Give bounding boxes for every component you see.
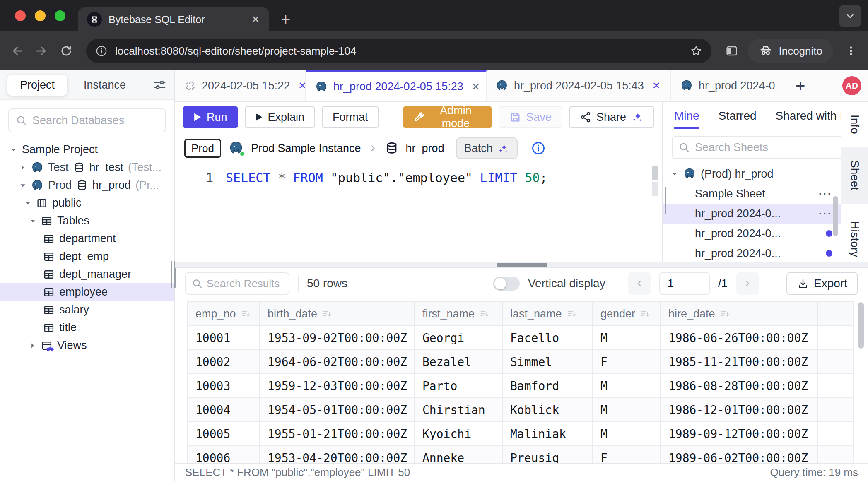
close-window-button[interactable] [15,10,26,21]
prev-page-button[interactable] [628,272,651,295]
chevron-down-icon[interactable] [19,182,27,189]
tree-item-schema-public[interactable]: public [0,194,174,212]
column-header-last-name[interactable]: last_name [502,302,593,326]
tree-item-test-db[interactable]: Test hr_test (Test... [0,159,174,176]
url-input[interactable] [115,45,682,58]
admin-mode-button[interactable]: Admin mode [403,106,492,128]
tree-item-project[interactable]: Sample Project [0,141,174,159]
instance-name[interactable]: Prod Sample Instance [251,142,361,155]
editor-tab-2-active[interactable]: hr_prod 2024-02-05 15:23 ✕ [306,70,487,101]
rail-tab-sheet[interactable]: Sheet [841,147,868,204]
editor-scrollbar[interactable] [652,166,658,196]
table-row[interactable]: 100031959-12-03T00:00:00ZPartoBamfordM19… [188,374,854,398]
sheet-item-unsaved[interactable]: hr_prod 2024-0... [663,224,841,243]
filter-icon[interactable] [153,78,167,92]
more-actions-icon[interactable]: ··· [819,188,832,200]
sql-editor[interactable]: 1 SELECT * FROM "public"."employee" LIMI… [175,164,662,262]
column-header-first-name[interactable]: first_name [415,302,502,326]
sheet-db-group[interactable]: (Prod) hr_prod [663,164,841,184]
new-browser-tab-button[interactable]: + [281,10,290,29]
table-row[interactable]: 100041954-05-01T00:00:00ZChirstianKoblic… [188,398,854,422]
column-header-emp-no[interactable]: emp_no [188,302,260,326]
chevron-right-icon[interactable] [19,164,27,171]
tree-item-views-group[interactable]: Views [0,337,174,354]
chevron-down-icon[interactable] [29,217,36,225]
close-tab-icon[interactable]: ✕ [298,80,306,91]
table-row[interactable]: 100051955-01-21T00:00:00ZKyoichiMaliniak… [188,422,854,446]
tree-item-table-department[interactable]: department [0,230,174,248]
sheet-item-selected[interactable]: hr_prod 2024-0... ··· [663,204,841,224]
chevron-down-icon[interactable] [671,170,678,178]
batch-button[interactable]: Batch [456,137,518,159]
more-actions-icon[interactable]: ··· [819,208,832,219]
panel-divider[interactable] [175,262,868,268]
close-tab-icon[interactable]: ✕ [472,81,480,93]
sheet-search-input[interactable] [695,141,841,154]
rail-tab-info[interactable]: Info [841,102,868,147]
column-header-hire-date[interactable]: hire_date [661,302,818,326]
database-name[interactable]: hr_prod [406,142,444,155]
tree-item-prod-db[interactable]: Prod hr_prod (Pr... [0,176,174,194]
explain-button[interactable]: Explain [245,106,316,128]
next-page-button[interactable] [736,272,759,295]
user-avatar[interactable]: AD [842,76,861,95]
table-row[interactable]: 100061953-04-20T00:00:00ZAnnekePreusigF1… [188,446,854,463]
panel-resize-handle[interactable] [662,187,666,214]
minimize-window-button[interactable] [35,10,46,21]
browser-menu-icon[interactable] [845,45,857,57]
editor-tab-1[interactable]: 2024-02-05 15:22 ✕ [175,70,306,101]
editor-tab-4[interactable]: hr_prod 2024-0 [671,70,788,101]
vertical-display-toggle[interactable] [493,277,520,291]
reload-button[interactable] [60,44,73,58]
save-button[interactable]: Save [499,106,562,128]
chevron-down-icon[interactable] [10,146,17,154]
sheet-item-unsaved[interactable]: hr_prod 2024-0... [663,243,841,262]
tab-mine[interactable]: Mine [674,109,699,129]
browser-tab-close-icon[interactable]: ✕ [251,13,260,26]
column-header-gender[interactable]: gender [593,302,661,326]
bookmark-star-icon[interactable] [690,45,702,57]
table-row[interactable]: 100021964-06-02T00:00:00ZBezalelSimmelF1… [188,350,854,374]
sheet-list-scrollbar[interactable] [833,196,838,236]
page-number-input[interactable] [659,272,710,295]
chevron-right-icon[interactable] [29,342,36,349]
tree-item-table-dept-emp[interactable]: dept_emp [0,248,174,265]
site-info-icon[interactable] [95,45,108,57]
connection-info-icon[interactable] [531,141,546,156]
sheet-search[interactable] [672,136,841,159]
tab-search-chevron-button[interactable] [839,5,861,27]
tree-item-table-salary[interactable]: salary [0,301,174,319]
share-button[interactable]: Share [569,106,654,128]
tree-item-table-dept-manager[interactable]: dept_manager [0,265,174,283]
new-sheet-tab-button[interactable]: + [788,70,813,101]
sheet-item-sample[interactable]: Sample Sheet ··· [663,184,841,204]
export-button[interactable]: Export [786,272,858,295]
column-header-birth-date[interactable]: birth_date [260,302,415,326]
tree-item-table-title[interactable]: title [0,319,174,337]
tab-instance[interactable]: Instance [84,79,126,91]
back-button[interactable] [11,44,25,58]
database-search-input[interactable] [32,114,179,127]
table-row[interactable]: 100011953-09-02T00:00:00ZGeorgiFacelloM1… [188,326,854,350]
results-search-input[interactable] [207,277,283,290]
table-scrollbar[interactable] [858,302,864,349]
tree-item-tables-group[interactable]: Tables [0,212,174,230]
tab-starred[interactable]: Starred [719,109,757,129]
chevron-down-icon[interactable] [24,200,31,207]
browser-tab[interactable]: Bytebase SQL Editor ✕ [78,7,269,31]
forward-button[interactable] [34,44,48,58]
results-search[interactable] [185,272,289,295]
run-button[interactable]: Run [183,106,238,128]
tab-project[interactable]: Project [7,75,67,96]
address-bar[interactable] [86,39,711,63]
row-count: 50 rows [307,277,347,290]
maximize-window-button[interactable] [55,10,65,21]
tree-item-table-employee[interactable]: employee [0,283,174,301]
database-search[interactable] [8,108,166,132]
tab-shared-with-me[interactable]: Shared with me [776,109,841,129]
divider-drag-handle[interactable] [497,263,547,267]
format-button[interactable]: Format [322,106,379,128]
editor-tab-3[interactable]: hr_prod 2024-02-05 15:43 ✕ [487,70,671,101]
side-panel-icon[interactable] [725,44,739,58]
close-tab-icon[interactable]: ✕ [652,80,661,91]
